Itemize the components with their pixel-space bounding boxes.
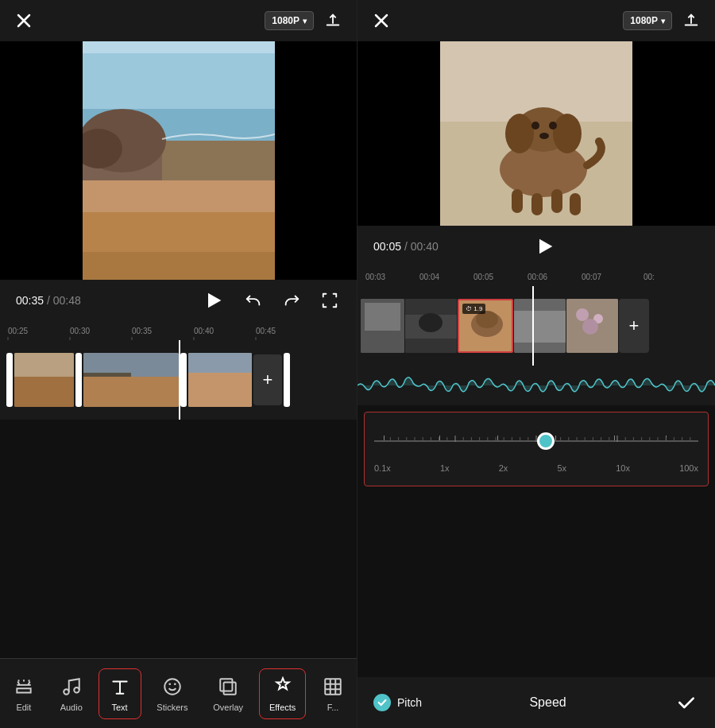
toolbar-item-audio[interactable]: Audio bbox=[51, 669, 92, 718]
left-top-bar-right: 1080P ▾ bbox=[265, 10, 344, 32]
stickers-label: Stickers bbox=[157, 703, 187, 712]
right-clip-2[interactable] bbox=[405, 299, 457, 353]
left-undo-button[interactable] bbox=[242, 289, 265, 312]
left-empty-area bbox=[0, 420, 357, 658]
left-clip-handle-mid2[interactable] bbox=[180, 353, 187, 407]
svg-text:00:07: 00:07 bbox=[582, 273, 601, 281]
speed-control-panel: 0.1x 1x 2x 5x 10x 100x bbox=[364, 412, 709, 486]
right-top-bar: 1080P ▾ bbox=[358, 0, 715, 41]
right-playhead[interactable] bbox=[532, 286, 534, 366]
left-clip-handle-end[interactable] bbox=[284, 353, 290, 407]
svg-marker-11 bbox=[208, 293, 221, 308]
toolbar-item-filter[interactable]: F... bbox=[312, 669, 354, 718]
speed-label-1x: 1x bbox=[440, 463, 450, 473]
left-quality-selector[interactable]: 1080P ▾ bbox=[265, 11, 314, 30]
edit-icon bbox=[13, 676, 35, 698]
left-video-frame bbox=[83, 41, 275, 280]
right-timeline-ruler: 00:03 00:04 00:05 00:06 00:07 00: bbox=[358, 267, 715, 286]
left-time-display: 00:35 / 00:48 bbox=[16, 294, 81, 307]
speed-knob[interactable] bbox=[537, 432, 555, 450]
timeline-clip-2[interactable] bbox=[83, 353, 179, 407]
svg-rect-40 bbox=[325, 679, 341, 695]
left-redo-button[interactable] bbox=[280, 289, 303, 312]
svg-rect-22 bbox=[14, 353, 74, 377]
svg-text:00:25: 00:25 bbox=[8, 327, 28, 335]
svg-marker-63 bbox=[539, 239, 552, 254]
right-bottom-controls: Pitch Speed bbox=[358, 677, 715, 728]
svg-point-74 bbox=[419, 313, 443, 332]
toolbar-item-effects[interactable]: Effects bbox=[259, 668, 306, 719]
right-controls-bar: 00:05 / 00:40 bbox=[358, 226, 715, 267]
left-fullscreen-button[interactable] bbox=[319, 289, 341, 312]
speed-label-5x: 5x bbox=[557, 463, 566, 473]
left-close-button[interactable] bbox=[13, 10, 35, 32]
toolbar-item-overlay[interactable]: Overlay bbox=[203, 669, 253, 718]
edit-label: Edit bbox=[16, 703, 31, 712]
toolbar-item-edit[interactable]: Edit bbox=[3, 669, 44, 718]
right-quality-selector[interactable]: 1080P ▾ bbox=[623, 11, 672, 30]
speed-slider-area[interactable] bbox=[374, 425, 698, 457]
svg-rect-71 bbox=[365, 303, 400, 331]
svg-rect-23 bbox=[14, 377, 74, 407]
pitch-toggle[interactable]: Pitch bbox=[373, 694, 422, 711]
filter-icon bbox=[322, 676, 344, 698]
effects-label: Effects bbox=[269, 703, 296, 712]
confirm-button[interactable] bbox=[674, 690, 699, 715]
svg-rect-10 bbox=[83, 252, 275, 280]
svg-point-84 bbox=[582, 319, 598, 335]
right-panel: 1080P ▾ bbox=[358, 0, 715, 728]
svg-text:00:35: 00:35 bbox=[132, 327, 152, 335]
svg-text:00:: 00: bbox=[644, 273, 655, 281]
right-play-button[interactable] bbox=[532, 234, 558, 259]
right-top-bar-right: 1080P ▾ bbox=[623, 10, 702, 32]
audio-icon bbox=[60, 676, 83, 698]
right-clip-1[interactable] bbox=[361, 299, 404, 353]
right-clip-3-selected[interactable]: ⏱ 1.9 bbox=[458, 299, 513, 353]
svg-text:00:30: 00:30 bbox=[70, 327, 90, 335]
timeline-clip-3[interactable] bbox=[188, 353, 252, 407]
left-clip-handle-start[interactable] bbox=[6, 353, 13, 407]
left-timeline-track[interactable]: + bbox=[0, 340, 357, 420]
right-add-clip-button[interactable]: + bbox=[619, 299, 649, 353]
right-timeline-track[interactable]: ⏱ 1.9 + bbox=[358, 286, 715, 366]
svg-rect-59 bbox=[531, 193, 543, 215]
left-play-button[interactable] bbox=[201, 288, 226, 313]
svg-text:00:03: 00:03 bbox=[365, 273, 385, 281]
right-clip-4[interactable] bbox=[514, 299, 566, 353]
right-close-button[interactable] bbox=[370, 10, 392, 32]
svg-point-33 bbox=[64, 689, 69, 695]
left-add-clip-button[interactable]: + bbox=[253, 354, 282, 405]
stickers-icon bbox=[161, 676, 184, 698]
left-top-bar: 1080P ▾ bbox=[0, 0, 357, 41]
effects-icon bbox=[272, 676, 294, 698]
toolbar-item-text[interactable]: Text bbox=[99, 668, 141, 719]
clip-duration-badge: ⏱ 1.9 bbox=[462, 304, 485, 314]
audio-label: Audio bbox=[60, 703, 83, 712]
timeline-clip-1[interactable] bbox=[14, 353, 74, 407]
svg-text:00:06: 00:06 bbox=[528, 273, 547, 281]
speed-title: Speed bbox=[529, 695, 566, 710]
svg-text:00:40: 00:40 bbox=[194, 327, 214, 335]
svg-text:00:45: 00:45 bbox=[256, 327, 276, 335]
left-panel: 1080P ▾ bbox=[0, 0, 358, 728]
svg-rect-26 bbox=[83, 377, 179, 407]
speed-label-01x: 0.1x bbox=[374, 463, 391, 473]
left-playhead[interactable] bbox=[179, 340, 180, 420]
speed-label-100x: 100x bbox=[679, 463, 698, 473]
svg-point-35 bbox=[164, 679, 180, 695]
right-empty-area bbox=[358, 493, 715, 677]
left-video-preview bbox=[0, 41, 357, 280]
pitch-check-icon bbox=[373, 694, 391, 711]
left-clip-handle-mid1[interactable] bbox=[75, 353, 82, 407]
svg-rect-79 bbox=[514, 311, 566, 343]
right-clip-5[interactable] bbox=[566, 299, 618, 353]
svg-point-56 bbox=[549, 122, 557, 130]
toolbar-item-stickers[interactable]: Stickers bbox=[147, 669, 197, 718]
svg-text:00:04: 00:04 bbox=[419, 273, 439, 281]
overlay-icon bbox=[217, 676, 239, 698]
left-export-button[interactable] bbox=[322, 10, 344, 32]
left-bottom-toolbar: Edit Audio Text bbox=[0, 658, 357, 728]
svg-rect-38 bbox=[220, 679, 232, 691]
text-label: Text bbox=[111, 703, 127, 712]
right-export-button[interactable] bbox=[680, 10, 702, 32]
